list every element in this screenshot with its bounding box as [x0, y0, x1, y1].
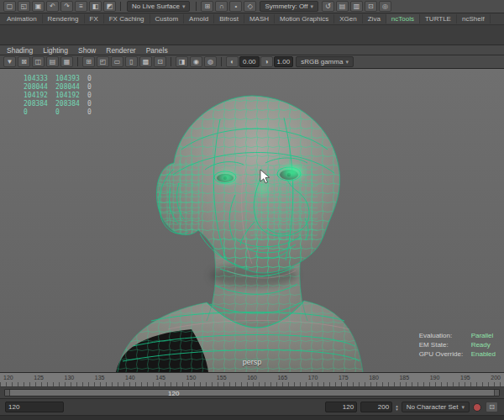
open-scene-icon[interactable]: ◱ — [18, 1, 30, 12]
playback-end-field[interactable]: 200 — [360, 402, 392, 412]
shelf-tab-turtle[interactable]: TURTLE — [420, 14, 457, 24]
select-by-hierarchy-icon[interactable]: ≡ — [75, 1, 87, 12]
poly-count-row: 1043331043930 — [24, 75, 101, 83]
shelf-tab-fx-caching[interactable]: FX Caching — [104, 14, 150, 24]
snap-to-plane-icon[interactable]: ◇ — [244, 1, 256, 12]
undo-icon[interactable]: ↶ — [46, 1, 59, 12]
panel-menu-bar: Shading Lighting Show Renderer Panels — [0, 45, 504, 55]
paint-effects-icon[interactable]: ◎ — [379, 1, 391, 12]
divider — [221, 57, 222, 66]
field-chart-icon[interactable]: ⊡ — [154, 56, 166, 67]
current-frame-field[interactable]: 120 — [5, 402, 64, 412]
camera-attributes-icon[interactable]: ◫ — [32, 56, 45, 67]
character-set-label: No Character Set — [407, 403, 459, 411]
redo-icon[interactable]: ↷ — [60, 1, 73, 12]
view-transform-label: sRGB gamma — [301, 58, 343, 66]
shelf-tab-bifrost[interactable]: Bifrost — [214, 14, 244, 24]
animation-preferences-icon[interactable]: ⊡ — [486, 402, 498, 412]
time-slider-labels: 1201251301351401451501551601651701751801… — [3, 375, 501, 381]
panel-menu-renderer[interactable]: Renderer — [101, 46, 140, 55]
shelf-tab-nctools[interactable]: ncTools — [386, 14, 420, 24]
exposure-icon[interactable]: ◐ — [226, 56, 239, 67]
image-plane-icon[interactable]: ▦ — [60, 56, 73, 67]
wireframe-on-shaded-icon[interactable]: ◉ — [190, 56, 202, 67]
character-set-dropdown[interactable]: No Character Set ▾ — [402, 402, 470, 412]
maya-window: ▢ ◱ ▣ ↶ ↷ ≡ ◧ ◩ No Live Surface ▾ ⊞ ∩ • … — [0, 0, 504, 420]
divider — [171, 57, 171, 66]
playback-start-field[interactable]: 120 — [325, 402, 357, 412]
divider — [196, 2, 197, 11]
gamma-icon[interactable]: ◑ — [260, 56, 273, 67]
chevron-down-icon: ▾ — [461, 404, 465, 411]
construction-history-icon[interactable]: ↺ — [322, 1, 334, 12]
viewport-toolbar: ▼ ⊠ ◫ ▤ ▦ ⊞ ◰ ▭ ▯ ▩ ⊡ ◨ ◉ ◍ ◐ 0.00 ◑ 1.0… — [0, 55, 504, 69]
symmetry-label: Symmetry: Off — [265, 3, 307, 10]
film-gate-icon[interactable]: ▭ — [111, 56, 123, 67]
resolution-gate-icon[interactable]: ▯ — [125, 56, 138, 67]
poly-count-row: 2080442080440 — [24, 83, 101, 92]
overscan-settings-icon[interactable]: ◰ — [97, 56, 109, 67]
window-footer — [0, 416, 504, 420]
evaluation-hud-row: EM State:Ready — [419, 340, 496, 349]
ipr-render-icon[interactable]: ▥ — [350, 1, 363, 12]
auto-keyframe-icon[interactable] — [473, 403, 481, 412]
shelf-tab-xgen[interactable]: XGen — [334, 14, 362, 24]
view-transform-dropdown[interactable]: sRGB gamma ▾ — [296, 56, 354, 67]
evaluation-hud-row: Evaluation:Parallel — [419, 331, 496, 340]
shelf-tab-arnold[interactable]: Arnold — [184, 14, 214, 24]
divider — [77, 57, 78, 66]
safe-action-icon[interactable]: ◨ — [176, 56, 188, 67]
status-line: ▢ ◱ ▣ ↶ ↷ ≡ ◧ ◩ No Live Surface ▾ ⊞ ∩ • … — [0, 0, 504, 13]
select-by-object-icon[interactable]: ◧ — [89, 1, 102, 12]
panel-menu-lighting[interactable]: Lighting — [38, 46, 73, 55]
snap-to-point-icon[interactable]: • — [229, 1, 242, 12]
panel-menu-panels[interactable]: Panels — [141, 46, 173, 55]
select-camera-icon[interactable]: ▼ — [3, 56, 16, 67]
evaluation-hud-row: GPU Override:Enabled — [419, 349, 496, 359]
chevron-down-icon: ▾ — [182, 3, 186, 10]
playback-options-bar: 120 120 200 ▴▾ No Character Set ▾ ⊡ — [0, 399, 504, 416]
render-current-frame-icon[interactable]: ▤ — [336, 1, 349, 12]
time-slider-ticks — [0, 382, 504, 386]
shelf-tab-ncshelf[interactable]: ncShelf — [457, 14, 491, 24]
poly-count-row: 2083842083840 — [24, 100, 101, 108]
poly-count-hud: 1043331043930 2080442080440 104192104192… — [24, 75, 101, 117]
bookmarks-icon[interactable]: ▤ — [46, 56, 59, 67]
range-slider[interactable]: 120 — [0, 387, 504, 399]
shelf-tab-bar: Animation Rendering FX FX Caching Custom… — [0, 13, 504, 25]
time-slider[interactable]: 1201251301351401451501551601651701751801… — [0, 372, 504, 387]
chevron-down-icon: ▾ — [310, 3, 313, 10]
shelf-tab-mash[interactable]: MASH — [244, 14, 275, 24]
shelf-tab-animation[interactable]: Animation — [2, 14, 43, 24]
camera-label: persp — [243, 358, 262, 366]
evaluation-hud: Evaluation:Parallel EM State:Ready GPU O… — [419, 331, 496, 359]
frame-spinner-icon[interactable]: ▴▾ — [396, 404, 398, 411]
live-surface-label: No Live Surface — [132, 3, 180, 10]
lock-camera-icon[interactable]: ⊠ — [18, 56, 30, 67]
viewport[interactable]: 1043331043930 2080442080440 104192104192… — [0, 69, 504, 372]
shelf-content — [0, 25, 504, 45]
shelf-tab-fx[interactable]: FX — [85, 14, 104, 24]
2d-pan-zoom-icon[interactable]: ⊞ — [82, 56, 95, 67]
exposure-field[interactable]: 0.00 — [239, 56, 260, 67]
shelf-tab-ziva[interactable]: Ziva — [363, 14, 386, 24]
live-surface-dropdown[interactable]: No Live Surface ▾ — [127, 1, 190, 12]
symmetry-dropdown[interactable]: Symmetry: Off ▾ — [260, 1, 318, 12]
panel-menu-shading[interactable]: Shading — [2, 46, 38, 55]
snap-to-curve-icon[interactable]: ∩ — [215, 1, 228, 12]
select-by-component-icon[interactable]: ◩ — [103, 1, 116, 12]
shelf-tab-rendering[interactable]: Rendering — [43, 14, 85, 24]
chevron-down-icon: ▾ — [345, 59, 349, 66]
shelf-tab-custom[interactable]: Custom — [150, 14, 185, 24]
new-scene-icon[interactable]: ▢ — [3, 1, 16, 12]
range-slider-bar[interactable]: 120 — [4, 389, 500, 396]
xray-icon[interactable]: ◍ — [204, 56, 217, 67]
panel-menu-show[interactable]: Show — [73, 46, 101, 55]
shelf-tab-motion-graphics[interactable]: Motion Graphics — [275, 14, 334, 24]
gamma-field[interactable]: 1.00 — [274, 56, 294, 67]
gate-mask-icon[interactable]: ▩ — [139, 56, 152, 67]
divider — [120, 2, 121, 11]
render-settings-icon[interactable]: ⊡ — [365, 1, 377, 12]
save-scene-icon[interactable]: ▣ — [32, 1, 45, 12]
snap-to-grid-icon[interactable]: ⊞ — [201, 1, 213, 12]
